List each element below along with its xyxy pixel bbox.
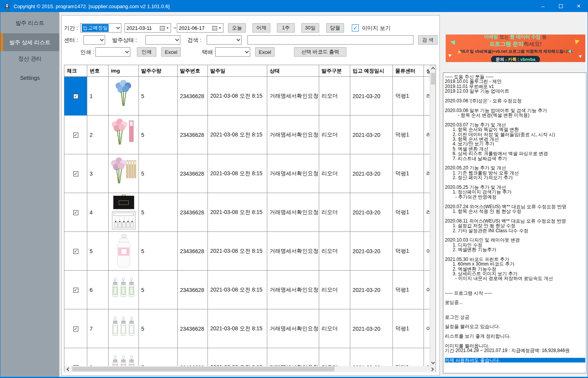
app-window: Copyright © 2015. program1472. [supplier… xyxy=(0,0,588,378)
row-checkbox-cell[interactable]: ✓ xyxy=(64,77,87,116)
log-line: 2020.07.24 위어스(WEUS) 백** 대표님 오류 수정요청 반영 xyxy=(445,204,586,209)
log-line: 2020.05.25 기능 추가 및 개선 xyxy=(445,185,586,190)
cell-product-name-partial: 이 xyxy=(424,232,430,271)
row-checkbox[interactable]: ✓ xyxy=(73,133,78,138)
thirty-days-button[interactable]: 30일 xyxy=(301,23,319,33)
row-checkbox-cell[interactable]: ✓ xyxy=(64,154,87,193)
courier-combobox[interactable] xyxy=(215,47,250,57)
date-from-picker[interactable]: 2021-03-11 ▼ xyxy=(125,23,171,33)
yesterday-button[interactable]: 어제 xyxy=(252,23,270,33)
table-row[interactable]: ✓3 5234366282021-03-08 오전 8:15거래명세서확인요청리… xyxy=(64,154,430,193)
search-button[interactable]: 검 색 xyxy=(418,35,438,45)
confetti-icon xyxy=(573,38,580,45)
column-header-4[interactable]: 발주수량 xyxy=(139,65,178,77)
row-checkbox[interactable]: ✓ xyxy=(73,326,78,331)
row-checkbox[interactable]: ✓ xyxy=(73,249,78,254)
search-input[interactable] xyxy=(247,35,413,45)
column-header-10[interactable]: 물류센터 xyxy=(393,65,424,77)
sidebar-item-settings[interactable]: Settings xyxy=(0,69,59,87)
cell-order-number: 23436628 xyxy=(178,193,208,232)
row-checkbox-cell[interactable]: ✓ xyxy=(64,271,87,309)
cell-product-image xyxy=(109,348,139,366)
pink-pompom-flowers-pink-sticks-image xyxy=(111,117,137,153)
ad-banner[interactable]: 마케팅 또는 웹 데이터 수집 등 프로그램 문의하세요! vb6.0 및 vb… xyxy=(446,35,585,62)
vertical-scrollbar-thumb[interactable] xyxy=(431,73,435,85)
print-label: 인쇄 : xyxy=(80,47,94,57)
window-title: Copyright © 2015. program1472. [supplier… xyxy=(14,3,169,9)
vertical-scrollbar[interactable] xyxy=(430,65,436,366)
image-view-checkbox[interactable]: ✓ xyxy=(352,24,359,31)
cell-order-type: 리오더 xyxy=(319,309,350,348)
row-checkbox-cell[interactable]: ✓ xyxy=(64,309,87,348)
cell-order-date: 2021-03-08 오전 8:15 xyxy=(208,271,267,309)
log-line: 2019.12.03 일부 기능 업데이트 xyxy=(445,89,586,93)
cell-order-type: 리오더 xyxy=(319,77,350,116)
column-header-1[interactable]: 체크 xyxy=(64,65,87,77)
cell-logistics-center: 덕평1 xyxy=(393,348,424,366)
cell-product-image xyxy=(109,116,139,154)
banner-line1: 마케팅 또는 웹 데이터 수집 등 xyxy=(484,35,547,40)
sidebar-item-order-detail-list[interactable]: 발주 상세 리스트 xyxy=(0,33,59,51)
log-panel[interactable]: ----- 도움 주신 분들 -----2019.10.01 올투그린 - 제안… xyxy=(443,72,586,373)
log-line xyxy=(445,233,586,238)
column-header-2[interactable]: 번호 xyxy=(87,65,109,77)
row-checkbox-cell[interactable]: ✓ xyxy=(64,348,87,366)
sidebar-item-settlement[interactable]: 정산 관리 xyxy=(0,50,59,67)
rocket-icon xyxy=(3,3,10,10)
scroll-right-button[interactable] xyxy=(429,366,436,372)
column-header-8[interactable]: 발주구분 xyxy=(319,65,350,77)
period-type-combobox[interactable]: 입고예정일 xyxy=(80,23,121,33)
row-checkbox[interactable]: ✓ xyxy=(73,288,78,293)
date-to-picker[interactable]: 2021-06-17 ▼ xyxy=(177,23,223,33)
table-row[interactable]: ✓4 5234366282021-03-08 오전 8:15거래명세서확인요청리… xyxy=(64,193,430,232)
row-checkbox-cell[interactable]: ✓ xyxy=(64,193,87,232)
row-checkbox-cell[interactable]: ✓ xyxy=(64,116,87,154)
title-bar[interactable]: Copyright © 2015. program1472. [supplier… xyxy=(0,0,588,12)
row-checkbox-cell[interactable]: ✓ xyxy=(64,232,87,271)
column-header-6[interactable]: 발주일 xyxy=(208,65,267,77)
log-line: 1. 디자인 수정 xyxy=(445,243,586,247)
horizontal-scrollbar-thumb[interactable] xyxy=(72,367,334,371)
center-combobox[interactable] xyxy=(83,35,105,45)
table-row[interactable]: ✓5 5234366282021-03-08 오전 8:15거래명세서확인요청리… xyxy=(64,232,430,271)
this-month-button[interactable]: 당월 xyxy=(326,23,344,33)
scroll-down-button[interactable] xyxy=(430,360,436,366)
table-row[interactable]: ✓8 5234366282021-03-08 오전 8:15거래명세서확인요청리… xyxy=(64,348,430,366)
cell-order-qty: 5 xyxy=(139,77,178,116)
row-checkbox[interactable]: ✓ xyxy=(73,94,78,99)
courier-excel-button[interactable]: Excel xyxy=(255,47,275,57)
column-header-3[interactable]: img xyxy=(109,65,139,77)
scroll-left-button[interactable] xyxy=(64,366,71,372)
maximize-button[interactable] xyxy=(552,0,570,12)
horizontal-scrollbar[interactable] xyxy=(64,366,436,372)
column-header-7[interactable]: 상태 xyxy=(267,65,319,77)
table-row[interactable]: ✓1 5234366282021-03-08 오전 8:15거래명세서확인요청리… xyxy=(64,77,430,116)
close-button[interactable]: × xyxy=(570,0,588,12)
sidebar-item-order-list[interactable]: 발주 리스트 xyxy=(0,14,59,32)
today-button[interactable]: 오늘 xyxy=(228,23,246,33)
order-status-combobox[interactable] xyxy=(145,35,180,45)
barcode-print-button[interactable]: 선택 바코드 출력 xyxy=(294,47,346,57)
log-line xyxy=(445,94,586,98)
row-checkbox[interactable]: ✓ xyxy=(73,210,78,215)
one-week-button[interactable]: 1주 xyxy=(277,23,295,33)
table-row[interactable]: ✓7 5234366282021-03-08 오전 8:15거래명세서확인요청리… xyxy=(64,309,430,348)
column-header-11[interactable]: 상 xyxy=(424,65,430,77)
log-line: 로그인 성공 xyxy=(445,315,586,319)
main-panel: 기간 : 입고예정일 2021-03-11 ▼ ~ 2021-06-17 ▼ 오… xyxy=(61,15,440,376)
row-checkbox[interactable]: ✓ xyxy=(73,171,78,176)
print-button[interactable]: 인쇄 xyxy=(137,47,156,57)
cell-product-image xyxy=(109,232,139,271)
column-header-5[interactable]: 발주번호 xyxy=(178,65,208,77)
minimize-button[interactable]: – xyxy=(534,0,552,12)
cell-status: 거래명세서확인요청 xyxy=(267,232,319,271)
table-row[interactable]: ✓6 5234366282021-03-08 오전 8:15거래명세서확인요청리… xyxy=(64,271,430,309)
print-combobox[interactable] xyxy=(95,47,130,57)
blue-flower-bouquet-image xyxy=(111,78,137,114)
column-header-9[interactable]: 입고 예정일시 xyxy=(350,65,393,77)
excel-button[interactable]: Excel xyxy=(161,47,181,57)
table-row[interactable]: ✓2 5234366282021-03-08 오전 8:15거래명세서확인요청리… xyxy=(64,116,430,154)
search-type-combobox[interactable] xyxy=(207,35,242,45)
log-line: ----- 도움 주신 분들 ----- xyxy=(445,74,586,79)
scroll-up-button[interactable] xyxy=(430,65,436,71)
